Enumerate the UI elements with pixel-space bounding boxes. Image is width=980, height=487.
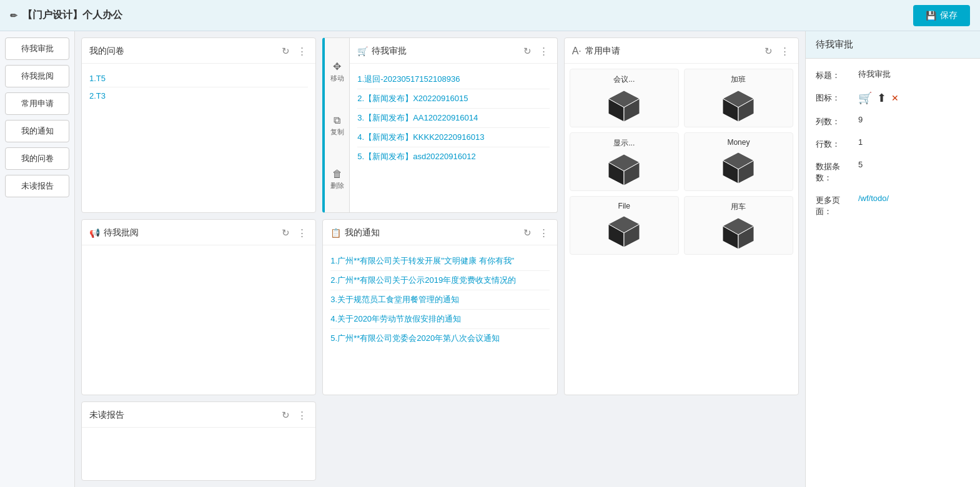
right-panel-more-value[interactable]: /wf/todo/ <box>858 194 889 203</box>
widget-common-apply-header: A· 常用申请 ↻ ⋮ <box>565 38 798 64</box>
widget-my-notification-body: 1.广州**有限公司关于转发开展"文明健康 有你有我" 2.广州**有限公司关于… <box>323 245 557 394</box>
right-panel-count-label: 数据条数： <box>816 160 853 184</box>
apply-item-file-icon <box>605 213 643 247</box>
apply-item-overtime-icon <box>720 87 757 122</box>
icon-cart[interactable]: 🛒 <box>858 91 872 105</box>
common-apply-title-text: 常用申请 <box>585 46 620 57</box>
survey-link-2[interactable]: 2.T3 <box>89 87 308 104</box>
pending-review-title-text: 待我批阅 <box>104 227 139 239</box>
my-notification-more-button[interactable]: ⋮ <box>538 226 550 240</box>
right-panel-row-count: 数据条数： 5 <box>816 160 970 184</box>
unread-report-refresh-button[interactable]: ↻ <box>280 408 291 422</box>
sidebar-item-pending-approval[interactable]: 待我审批 <box>5 37 69 60</box>
delete-action[interactable]: 🗑 删除 <box>330 169 344 190</box>
approval-link-3[interactable]: 3.【新闻发布】AA120220916014 <box>357 109 549 128</box>
delete-icon: 🗑 <box>332 169 342 180</box>
right-panel-row-label: 行数： <box>816 137 853 150</box>
apply-item-meeting-icon <box>605 87 643 122</box>
pending-review-refresh-button[interactable]: ↻ <box>280 226 291 240</box>
right-panel: 待我审批 标题： 待我审批 图标： 🛒 ⬆ ✕ 列数： 9 行数： 1 <box>805 31 980 487</box>
my-notification-title-text: 我的通知 <box>345 227 380 239</box>
survey-link-1[interactable]: 1.T5 <box>89 70 308 87</box>
right-panel-row-more: 更多页面： /wf/todo/ <box>816 194 970 217</box>
copy-icon: ⧉ <box>334 115 340 126</box>
approval-link-5[interactable]: 5.【新闻发布】asd20220916012 <box>357 147 549 166</box>
apply-item-car[interactable]: 用车 <box>684 196 793 255</box>
common-apply-refresh-button[interactable]: ↻ <box>763 44 774 58</box>
sidebar-item-common-apply[interactable]: 常用申请 <box>5 92 69 115</box>
icon-remove[interactable]: ✕ <box>891 93 899 103</box>
widget-pending-approval-title: 🛒 待我审批 <box>357 46 407 57</box>
apply-item-meeting[interactable]: 会议... <box>570 69 679 127</box>
apply-item-display-name: 显示... <box>613 138 635 149</box>
header: ✏ 【门户设计】个人办公 💾 保存 <box>0 0 980 31</box>
right-panel-col-value: 9 <box>858 115 970 124</box>
apply-item-display[interactable]: 显示... <box>570 132 679 191</box>
widget-my-notification-actions: ↻ ⋮ <box>522 226 550 240</box>
my-notification-refresh-button[interactable]: ↻ <box>522 226 533 240</box>
apply-item-money-icon <box>720 149 757 184</box>
apply-item-file[interactable]: File <box>570 196 679 255</box>
pending-approval-refresh-button[interactable]: ↻ <box>522 44 533 58</box>
widget-my-notification-title: 📋 我的通知 <box>330 227 380 239</box>
apply-item-money[interactable]: Money <box>684 132 793 191</box>
notification-link-2[interactable]: 2.广州**有限公司关于公示2019年度党费收支情况的 <box>330 271 549 290</box>
notification-link-1[interactable]: 1.广州**有限公司关于转发开展"文明健康 有你有我" <box>330 252 549 271</box>
apply-item-meeting-name: 会议... <box>613 74 635 85</box>
widget-pending-review-body <box>82 245 315 394</box>
right-panel-row-title: 标题： 待我审批 <box>816 69 970 81</box>
pending-approval-more-button[interactable]: ⋮ <box>538 44 550 58</box>
widget-pending-approval: ✥ 移动 ⧉ 复制 🗑 删除 🛒 待我审批 ↻ <box>322 37 557 213</box>
sidebar-item-unread-report[interactable]: 未读报告 <box>5 175 69 197</box>
apply-item-car-name: 用车 <box>731 202 746 212</box>
sidebar: 待我审批 待我批阅 常用申请 我的通知 我的问卷 未读报告 <box>0 31 75 487</box>
right-panel-header: 待我审批 <box>806 31 980 59</box>
approval-link-4[interactable]: 4.【新闻发布】KKKK20220916013 <box>357 128 549 147</box>
page-title: 【门户设计】个人办公 <box>22 9 122 22</box>
copy-action[interactable]: ⧉ 复制 <box>330 115 344 137</box>
widget-unread-report-title: 未读报告 <box>89 410 124 421</box>
sidebar-item-pending-review[interactable]: 待我批阅 <box>5 65 69 87</box>
apply-item-money-name: Money <box>727 138 750 147</box>
header-title: ✏ 【门户设计】个人办公 <box>10 9 122 22</box>
content-area: 我的问卷 ↻ ⋮ 1.T5 2.T3 ✥ 移动 ⧉ <box>75 31 805 487</box>
apply-item-overtime-name: 加班 <box>731 74 746 85</box>
widget-pending-review-actions: ↻ ⋮ <box>280 226 308 240</box>
approval-link-1[interactable]: 1.退回-202305171521​08936 <box>357 70 549 89</box>
widget-my-survey: 我的问卷 ↻ ⋮ 1.T5 2.T3 <box>81 37 316 213</box>
widget-common-apply: A· 常用申请 ↻ ⋮ 会议... <box>564 37 799 395</box>
my-survey-refresh-button[interactable]: ↻ <box>280 44 291 58</box>
widget-pending-approval-header: 🛒 待我审批 ↻ ⋮ <box>350 38 557 64</box>
right-panel-body: 标题： 待我审批 图标： 🛒 ⬆ ✕ 列数： 9 行数： 1 数据条数： <box>806 59 980 237</box>
right-panel-more-label: 更多页面： <box>816 194 853 217</box>
common-apply-more-button[interactable]: ⋮ <box>779 44 791 58</box>
save-button[interactable]: 💾 保存 <box>913 5 970 26</box>
right-panel-title-value: 待我审批 <box>858 69 970 80</box>
my-survey-more-button[interactable]: ⋮ <box>296 44 308 58</box>
notification-link-3[interactable]: 3.关于规范员工食堂用餐管理的通知 <box>330 290 549 310</box>
widget-my-survey-header: 我的问卷 ↻ ⋮ <box>82 38 315 64</box>
widget-pending-review: 📢 待我批阅 ↻ ⋮ <box>81 219 316 395</box>
widget-pending-review-header: 📢 待我批阅 ↻ ⋮ <box>82 220 315 245</box>
move-action[interactable]: ✥ 移动 <box>330 61 344 83</box>
approval-link-2[interactable]: 2.【新闻发布】X20220916015 <box>357 89 549 109</box>
notification-link-5[interactable]: 5.广州**有限公司党委会2020年第八次会议通知 <box>330 329 549 348</box>
apply-item-overtime[interactable]: 加班 <box>684 69 793 127</box>
widget-pending-approval-actions: ↻ ⋮ <box>522 44 550 58</box>
pending-review-more-button[interactable]: ⋮ <box>296 226 308 240</box>
unread-report-more-button[interactable]: ⋮ <box>296 408 308 422</box>
megaphone-icon: 📢 <box>89 228 100 238</box>
sidebar-item-my-notification[interactable]: 我的通知 <box>5 120 69 142</box>
move-icon: ✥ <box>333 61 341 72</box>
edit-icon: ✏ <box>10 11 17 21</box>
right-panel-icon-label: 图标： <box>816 91 853 104</box>
widget-pending-approval-body: 1.退回-202305171521​08936 2.【新闻发布】X2022091… <box>350 64 557 212</box>
notification-icon: 📋 <box>330 228 341 238</box>
right-panel-row-value: 1 <box>858 137 970 147</box>
sidebar-item-my-survey[interactable]: 我的问卷 <box>5 147 69 170</box>
apply-icon: A· <box>572 46 582 57</box>
notification-link-4[interactable]: 4.关于2020年劳动节放假安排的通知 <box>330 310 549 329</box>
icon-upload[interactable]: ⬆ <box>877 91 886 105</box>
widget-my-survey-body: 1.T5 2.T3 <box>82 64 315 212</box>
widget-unread-report-actions: ↻ ⋮ <box>280 408 308 422</box>
